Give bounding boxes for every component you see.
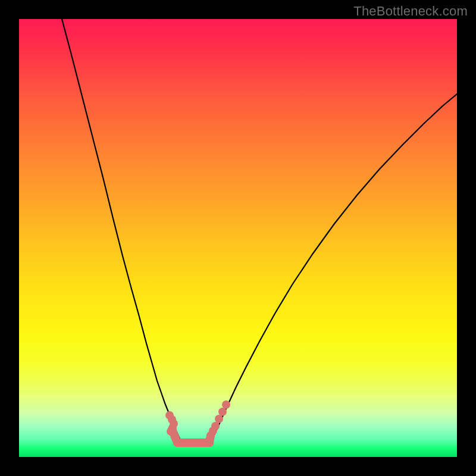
right-curve	[212, 94, 457, 441]
outer-frame: TheBottleneck.com	[0, 0, 476, 476]
pink-dot	[211, 422, 220, 430]
pink-dot	[218, 408, 227, 416]
left-curve	[62, 19, 181, 441]
curve-layer	[19, 19, 457, 457]
pink-connector	[172, 430, 177, 443]
plot-area	[19, 19, 457, 457]
pink-dot	[222, 400, 230, 409]
pink-connector	[209, 436, 211, 443]
watermark-text: TheBottleneck.com	[353, 4, 468, 19]
pink-band	[165, 400, 230, 444]
pink-dot	[215, 415, 223, 423]
